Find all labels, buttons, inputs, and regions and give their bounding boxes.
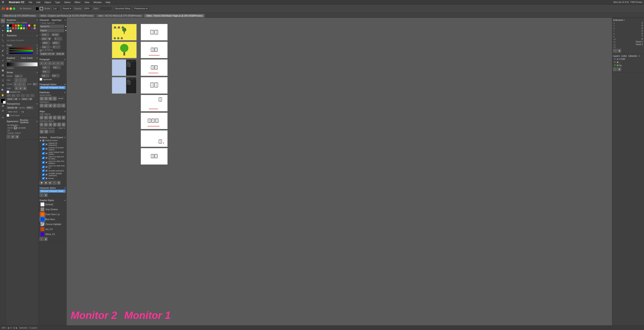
- kerning-select[interactable]: Auto: [41, 37, 51, 41]
- align-left-obj-btn[interactable]: ⊞: [40, 116, 43, 119]
- layer-eye-icon[interactable]: 👁: [614, 58, 616, 60]
- gradient-tool[interactable]: ◻: [0, 78, 5, 83]
- dist-b-btn[interactable]: ⊞: [62, 123, 65, 126]
- artboards-menu-icon[interactable]: ≡: [624, 19, 625, 21]
- char-styles-menu-icon[interactable]: ≡: [64, 187, 66, 189]
- dash-input-3[interactable]: [26, 94, 30, 97]
- action-check4[interactable]: [42, 157, 45, 159]
- layer-ccm6[interactable]: 👁 CCM6: [613, 58, 643, 61]
- selection-tool[interactable]: ↖: [0, 19, 5, 23]
- swatch-blue[interactable]: [23, 24, 25, 27]
- swatch-cyan[interactable]: [6, 27, 9, 30]
- tab-3[interactable]: slides - InD InC Word.ai @ 27% (RGB/Prev…: [96, 14, 144, 18]
- artboard-item-6[interactable]: 6 4: [613, 27, 643, 30]
- hscale-input[interactable]: [42, 41, 50, 45]
- gs-alissa-cs[interactable]: Alissa_CS: [40, 232, 66, 237]
- style-dropdown-icon[interactable]: ▼: [65, 29, 66, 32]
- corner-bevel-btn[interactable]: ⌐: [22, 82, 26, 86]
- smallcaps-btn[interactable]: Tᴛ: [50, 49, 53, 52]
- vscale-input[interactable]: [52, 41, 60, 45]
- zoom-tool[interactable]: 🔍: [0, 88, 5, 92]
- tab-2[interactable]: Slides - Chapters and Revisi.ai @ 33.33%…: [38, 14, 96, 18]
- subscript-btn[interactable]: Tₐ: [43, 50, 44, 51]
- minus-back-btn[interactable]: ⊟: [62, 104, 65, 107]
- swatch-white[interactable]: [6, 24, 9, 27]
- intersect-btn[interactable]: ⊠: [48, 97, 52, 100]
- align-center-v-btn[interactable]: ⊞: [57, 116, 61, 119]
- color-g-slider[interactable]: [9, 50, 33, 51]
- character-menu-icon[interactable]: ≡: [64, 19, 66, 21]
- swatches-header[interactable]: Swatches ≡: [6, 19, 38, 22]
- blend-mode-select[interactable]: Normal: [6, 106, 18, 109]
- eyedropper-tool[interactable]: ⊕: [0, 83, 5, 88]
- limit-input[interactable]: [32, 83, 38, 86]
- dist-space-input[interactable]: [49, 130, 55, 133]
- justify-force-btn[interactable]: ≡: [60, 62, 64, 65]
- scale-tool[interactable]: ⤢: [0, 58, 5, 63]
- dashed-checkbox[interactable]: [6, 91, 9, 93]
- play-action-btn[interactable]: ▶: [48, 181, 52, 185]
- align-center-h-btn[interactable]: ⊞: [44, 116, 48, 119]
- swatch-teal[interactable]: [31, 27, 33, 30]
- document-setup-btn[interactable]: Document Setup: [113, 7, 132, 11]
- normal-para-style[interactable]: [Normal Paragraph Style]: [40, 86, 66, 89]
- transparency-menu-icon[interactable]: ≡: [36, 103, 38, 105]
- transparency-header[interactable]: Transparency ≡: [6, 102, 38, 105]
- clip-btn[interactable]: Clip: [20, 110, 26, 114]
- cap-round-btn[interactable]: ○: [19, 78, 22, 82]
- unite-btn[interactable]: ⊞: [40, 97, 44, 100]
- para-styles-menu-icon[interactable]: ≡: [64, 83, 66, 86]
- paragraph-header[interactable]: Paragraph ≡: [40, 58, 66, 61]
- swatch-mint[interactable]: [17, 27, 20, 30]
- dist-t-btn[interactable]: ⊞: [53, 123, 56, 126]
- hyphenate-checkbox[interactable]: [40, 78, 42, 81]
- char-styles-header[interactable]: Character Styles ≡: [40, 186, 66, 190]
- direct-selection-tool[interactable]: ↗: [0, 24, 5, 28]
- leading-input[interactable]: [51, 33, 60, 37]
- dist-v-btn[interactable]: ⊞: [57, 123, 61, 126]
- gs-joe-cs[interactable]: Joe_CS: [40, 227, 66, 232]
- stroke-swatch-appear[interactable]: [14, 127, 16, 129]
- para-styles-header[interactable]: Paragraph Styles ≡: [40, 83, 66, 86]
- dash-input-1[interactable]: [6, 94, 11, 97]
- arrowhead-start-select[interactable]: None: [6, 98, 18, 100]
- pen-tool[interactable]: ✒: [0, 29, 5, 33]
- swatch-darkgreen[interactable]: [25, 27, 28, 30]
- swatch-peach[interactable]: [9, 30, 12, 32]
- dist-h-space-btn[interactable]: ⊞: [40, 130, 44, 133]
- strikethrough-btn[interactable]: T: [41, 49, 42, 52]
- gs-header[interactable]: Graphic Styles ≡: [40, 199, 66, 202]
- corner-round-btn[interactable]: ∪: [18, 82, 22, 86]
- artboard-white-1[interactable]: [141, 24, 168, 41]
- artboard-slide3[interactable]: PagesLayersLinks [None] A-Parent B-Child…: [112, 59, 137, 76]
- font-dropdown-icon[interactable]: ▼: [65, 25, 66, 28]
- swatch-lime[interactable]: [34, 24, 36, 27]
- underline-btn[interactable]: T̲: [40, 49, 41, 52]
- swatch-hotpink[interactable]: [15, 27, 17, 30]
- make-mask-btn[interactable]: Make Mask: [6, 110, 19, 114]
- trim-btn[interactable]: ⊞: [44, 104, 48, 107]
- tracking-input[interactable]: [54, 37, 62, 41]
- style-input-char[interactable]: [40, 29, 64, 32]
- rotate-tool[interactable]: ↻: [0, 53, 5, 58]
- swatch-aqua[interactable]: [6, 30, 9, 32]
- paintbrush-tool[interactable]: 🖌: [0, 48, 5, 53]
- new-action-btn[interactable]: +: [52, 181, 56, 185]
- minus-front-btn[interactable]: ⊟: [44, 97, 48, 100]
- swatch-green[interactable]: [20, 24, 22, 27]
- artboard-item-12[interactable]: 12 Panel 3: [613, 43, 643, 46]
- crop-btn[interactable]: ⊕: [53, 104, 56, 107]
- action-check8[interactable]: [42, 173, 45, 176]
- align-left-btn[interactable]: ≡: [40, 62, 43, 65]
- new-gs-btn[interactable]: +: [40, 237, 43, 241]
- pathfinder-header[interactable]: Pathfinder ≡: [40, 91, 66, 94]
- swatch-purple[interactable]: [25, 24, 28, 27]
- superscript-btn[interactable]: T²: [45, 49, 47, 52]
- arrowhead-end-select[interactable]: None: [21, 98, 32, 100]
- round-btn[interactable]: Round ▼: [62, 7, 73, 11]
- brushes-tab[interactable]: Brushes: [20, 119, 28, 121]
- align-center-btn[interactable]: ⊟: [15, 86, 18, 90]
- fill-color-box[interactable]: [0, 99, 5, 103]
- stroke-weight-input[interactable]: [15, 75, 23, 78]
- cap-square-btn[interactable]: □: [23, 78, 26, 82]
